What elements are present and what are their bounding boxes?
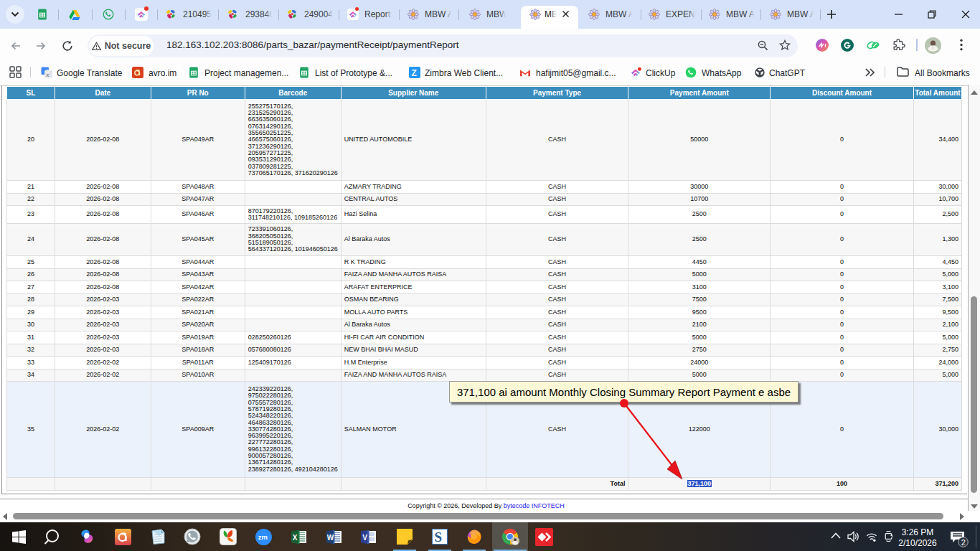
svg-text:2: 2	[961, 538, 966, 547]
svg-text:X: X	[293, 534, 298, 542]
svg-text:x: x	[47, 72, 50, 78]
svg-text:V: V	[362, 534, 367, 542]
svg-text:S: S	[435, 529, 443, 545]
svg-text:zm: zm	[258, 533, 268, 541]
svg-text:Z: Z	[412, 68, 417, 78]
svg-text:W: W	[327, 534, 334, 542]
